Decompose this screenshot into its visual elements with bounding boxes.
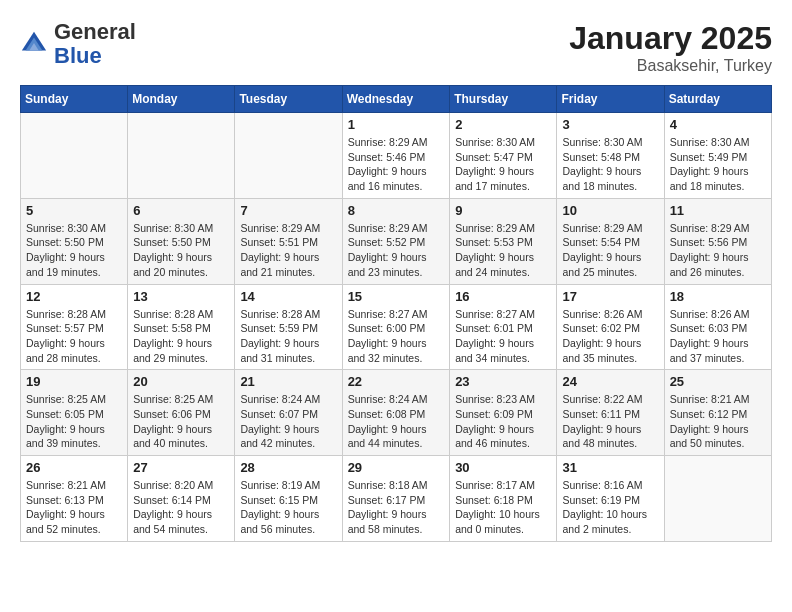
day-info: Sunrise: 8:16 AMSunset: 6:19 PMDaylight:… [562, 478, 658, 537]
calendar-table: SundayMondayTuesdayWednesdayThursdayFrid… [20, 85, 772, 542]
day-number: 19 [26, 374, 122, 389]
day-number: 29 [348, 460, 445, 475]
day-number: 12 [26, 289, 122, 304]
day-info: Sunrise: 8:25 AMSunset: 6:05 PMDaylight:… [26, 392, 122, 451]
calendar-cell: 30Sunrise: 8:17 AMSunset: 6:18 PMDayligh… [450, 456, 557, 542]
day-number: 24 [562, 374, 658, 389]
calendar-cell: 26Sunrise: 8:21 AMSunset: 6:13 PMDayligh… [21, 456, 128, 542]
day-number: 7 [240, 203, 336, 218]
day-info: Sunrise: 8:24 AMSunset: 6:07 PMDaylight:… [240, 392, 336, 451]
calendar-cell [664, 456, 771, 542]
day-number: 23 [455, 374, 551, 389]
day-info: Sunrise: 8:29 AMSunset: 5:51 PMDaylight:… [240, 221, 336, 280]
calendar-cell: 24Sunrise: 8:22 AMSunset: 6:11 PMDayligh… [557, 370, 664, 456]
day-header-saturday: Saturday [664, 86, 771, 113]
calendar-cell: 5Sunrise: 8:30 AMSunset: 5:50 PMDaylight… [21, 198, 128, 284]
calendar-cell: 8Sunrise: 8:29 AMSunset: 5:52 PMDaylight… [342, 198, 450, 284]
day-info: Sunrise: 8:27 AMSunset: 6:00 PMDaylight:… [348, 307, 445, 366]
day-number: 21 [240, 374, 336, 389]
day-info: Sunrise: 8:30 AMSunset: 5:48 PMDaylight:… [562, 135, 658, 194]
calendar-cell: 16Sunrise: 8:27 AMSunset: 6:01 PMDayligh… [450, 284, 557, 370]
day-info: Sunrise: 8:30 AMSunset: 5:49 PMDaylight:… [670, 135, 766, 194]
day-info: Sunrise: 8:30 AMSunset: 5:50 PMDaylight:… [26, 221, 122, 280]
day-number: 6 [133, 203, 229, 218]
day-info: Sunrise: 8:26 AMSunset: 6:02 PMDaylight:… [562, 307, 658, 366]
calendar-cell: 31Sunrise: 8:16 AMSunset: 6:19 PMDayligh… [557, 456, 664, 542]
day-info: Sunrise: 8:28 AMSunset: 5:58 PMDaylight:… [133, 307, 229, 366]
calendar-cell: 18Sunrise: 8:26 AMSunset: 6:03 PMDayligh… [664, 284, 771, 370]
day-number: 17 [562, 289, 658, 304]
day-number: 8 [348, 203, 445, 218]
day-number: 14 [240, 289, 336, 304]
logo-general-text: General [54, 19, 136, 44]
page-header: General Blue January 2025 Basaksehir, Tu… [20, 20, 772, 75]
calendar-cell: 21Sunrise: 8:24 AMSunset: 6:07 PMDayligh… [235, 370, 342, 456]
calendar-cell: 29Sunrise: 8:18 AMSunset: 6:17 PMDayligh… [342, 456, 450, 542]
day-info: Sunrise: 8:18 AMSunset: 6:17 PMDaylight:… [348, 478, 445, 537]
week-row-3: 12Sunrise: 8:28 AMSunset: 5:57 PMDayligh… [21, 284, 772, 370]
calendar-cell: 4Sunrise: 8:30 AMSunset: 5:49 PMDaylight… [664, 113, 771, 199]
day-header-monday: Monday [128, 86, 235, 113]
calendar-cell: 25Sunrise: 8:21 AMSunset: 6:12 PMDayligh… [664, 370, 771, 456]
day-info: Sunrise: 8:22 AMSunset: 6:11 PMDaylight:… [562, 392, 658, 451]
day-number: 11 [670, 203, 766, 218]
day-info: Sunrise: 8:19 AMSunset: 6:15 PMDaylight:… [240, 478, 336, 537]
day-info: Sunrise: 8:21 AMSunset: 6:12 PMDaylight:… [670, 392, 766, 451]
day-info: Sunrise: 8:29 AMSunset: 5:52 PMDaylight:… [348, 221, 445, 280]
calendar-cell: 9Sunrise: 8:29 AMSunset: 5:53 PMDaylight… [450, 198, 557, 284]
calendar-cell: 23Sunrise: 8:23 AMSunset: 6:09 PMDayligh… [450, 370, 557, 456]
calendar-header-row: SundayMondayTuesdayWednesdayThursdayFrid… [21, 86, 772, 113]
calendar-cell: 27Sunrise: 8:20 AMSunset: 6:14 PMDayligh… [128, 456, 235, 542]
day-number: 26 [26, 460, 122, 475]
day-header-wednesday: Wednesday [342, 86, 450, 113]
day-info: Sunrise: 8:29 AMSunset: 5:46 PMDaylight:… [348, 135, 445, 194]
calendar-cell [128, 113, 235, 199]
day-number: 20 [133, 374, 229, 389]
calendar-cell: 28Sunrise: 8:19 AMSunset: 6:15 PMDayligh… [235, 456, 342, 542]
calendar-cell [21, 113, 128, 199]
month-title: January 2025 [569, 20, 772, 57]
day-number: 30 [455, 460, 551, 475]
calendar-cell: 19Sunrise: 8:25 AMSunset: 6:05 PMDayligh… [21, 370, 128, 456]
calendar-cell: 13Sunrise: 8:28 AMSunset: 5:58 PMDayligh… [128, 284, 235, 370]
day-number: 15 [348, 289, 445, 304]
day-info: Sunrise: 8:17 AMSunset: 6:18 PMDaylight:… [455, 478, 551, 537]
location-subtitle: Basaksehir, Turkey [569, 57, 772, 75]
day-number: 25 [670, 374, 766, 389]
day-number: 27 [133, 460, 229, 475]
calendar-cell: 14Sunrise: 8:28 AMSunset: 5:59 PMDayligh… [235, 284, 342, 370]
week-row-1: 1Sunrise: 8:29 AMSunset: 5:46 PMDaylight… [21, 113, 772, 199]
day-number: 4 [670, 117, 766, 132]
calendar-cell: 11Sunrise: 8:29 AMSunset: 5:56 PMDayligh… [664, 198, 771, 284]
week-row-5: 26Sunrise: 8:21 AMSunset: 6:13 PMDayligh… [21, 456, 772, 542]
day-info: Sunrise: 8:24 AMSunset: 6:08 PMDaylight:… [348, 392, 445, 451]
calendar-cell: 22Sunrise: 8:24 AMSunset: 6:08 PMDayligh… [342, 370, 450, 456]
day-info: Sunrise: 8:20 AMSunset: 6:14 PMDaylight:… [133, 478, 229, 537]
day-header-friday: Friday [557, 86, 664, 113]
day-info: Sunrise: 8:27 AMSunset: 6:01 PMDaylight:… [455, 307, 551, 366]
title-block: January 2025 Basaksehir, Turkey [569, 20, 772, 75]
calendar-cell: 17Sunrise: 8:26 AMSunset: 6:02 PMDayligh… [557, 284, 664, 370]
calendar-cell: 7Sunrise: 8:29 AMSunset: 5:51 PMDaylight… [235, 198, 342, 284]
calendar-cell: 6Sunrise: 8:30 AMSunset: 5:50 PMDaylight… [128, 198, 235, 284]
calendar-cell: 12Sunrise: 8:28 AMSunset: 5:57 PMDayligh… [21, 284, 128, 370]
calendar-cell: 3Sunrise: 8:30 AMSunset: 5:48 PMDaylight… [557, 113, 664, 199]
day-header-tuesday: Tuesday [235, 86, 342, 113]
day-number: 10 [562, 203, 658, 218]
calendar-cell: 2Sunrise: 8:30 AMSunset: 5:47 PMDaylight… [450, 113, 557, 199]
logo-icon [20, 30, 48, 58]
day-header-thursday: Thursday [450, 86, 557, 113]
day-number: 5 [26, 203, 122, 218]
day-info: Sunrise: 8:21 AMSunset: 6:13 PMDaylight:… [26, 478, 122, 537]
day-info: Sunrise: 8:30 AMSunset: 5:47 PMDaylight:… [455, 135, 551, 194]
day-number: 1 [348, 117, 445, 132]
day-number: 28 [240, 460, 336, 475]
day-info: Sunrise: 8:28 AMSunset: 5:59 PMDaylight:… [240, 307, 336, 366]
day-number: 31 [562, 460, 658, 475]
week-row-4: 19Sunrise: 8:25 AMSunset: 6:05 PMDayligh… [21, 370, 772, 456]
day-number: 13 [133, 289, 229, 304]
day-number: 2 [455, 117, 551, 132]
day-info: Sunrise: 8:30 AMSunset: 5:50 PMDaylight:… [133, 221, 229, 280]
day-info: Sunrise: 8:25 AMSunset: 6:06 PMDaylight:… [133, 392, 229, 451]
day-number: 22 [348, 374, 445, 389]
